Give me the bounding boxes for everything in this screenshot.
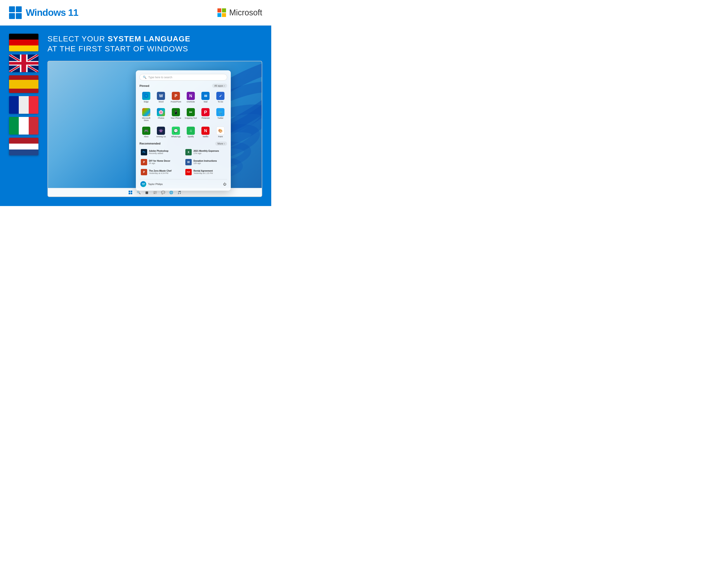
flag-spain[interactable] (9, 75, 38, 93)
flags-column (9, 34, 38, 155)
app-powerpoint[interactable]: P PowerPoint (169, 90, 183, 104)
flag-nl-stripe2 (9, 144, 38, 149)
flag-de-stripe1 (9, 34, 38, 40)
windows-title: Windows 11 (26, 7, 78, 18)
flag-italy[interactable] (9, 117, 38, 135)
app-paint[interactable]: 🎨 Paint (214, 125, 227, 139)
mail-label: Mail (204, 101, 207, 103)
app-photos[interactable]: 🌸 Photos (154, 107, 168, 123)
rec-diy[interactable]: P DIY for Home Decor 2h ago (139, 158, 183, 167)
search-icon: 🔍 (143, 76, 146, 79)
flag-es-stripe1 (9, 75, 38, 80)
donation-name: Donation Instructions (193, 160, 226, 162)
pinned-header: Pinned All apps › (139, 84, 227, 88)
app-whatsapp[interactable]: 💬 WhatsApp (169, 125, 183, 139)
ms-tile-blue (218, 13, 222, 17)
user-bar: TP Taylor Philips ⏻ (139, 179, 227, 187)
flag-de-stripe2 (9, 40, 38, 45)
rental-name: Rental Agreement (193, 170, 226, 172)
rec-photoshop[interactable]: Ps Adobe Photoshop Recently added (139, 148, 183, 156)
app-yourphone[interactable]: 📱 Your Phone (169, 107, 183, 123)
flag-uk-cross-v-red (21, 54, 26, 72)
msstore-icon (142, 108, 150, 116)
expenses-info: 2021 Monthly Expenses 17m ago (193, 150, 226, 154)
snipping-label: Snipping Tool (185, 117, 197, 120)
app-among[interactable]: 👾 Among Us (154, 125, 168, 139)
app-pinterest[interactable]: P Pinterest (199, 107, 213, 123)
taskbar-win-tile3 (129, 193, 130, 194)
whatsapp-icon: 💬 (172, 127, 180, 135)
header-brand-right: Microsoft (218, 8, 262, 17)
powerpoint-label: PowerPoint (171, 101, 181, 103)
rec-zerowaste[interactable]: P The Zero-Waste Chef Yesterday at 4:24 … (139, 168, 183, 176)
app-todo[interactable]: ✓ To Do (214, 90, 227, 104)
app-mail[interactable]: ✉ Mail (199, 90, 213, 104)
flag-uk-inner (9, 54, 38, 72)
flag-netherlands[interactable] (9, 138, 38, 155)
app-netflix[interactable]: N Netflix (199, 125, 213, 139)
desktop-background: 🔍 Type here to search Pinned All apps › (48, 61, 262, 188)
among-label: Among Us (156, 136, 166, 138)
rec-expenses[interactable]: X 2021 Monthly Expenses 17m ago (184, 148, 227, 156)
diy-name: DIY for Home Decor (149, 160, 181, 162)
photoshop-icon: Ps (141, 149, 147, 155)
pinterest-label: Pinterest (202, 117, 210, 120)
taskbar-start-icon[interactable] (128, 190, 133, 195)
photoshop-name: Adobe Photoshop (149, 150, 181, 152)
mail-icon: ✉ (201, 92, 209, 100)
app-edge[interactable]: Edge (139, 90, 153, 104)
all-apps-button[interactable]: All apps › (212, 84, 227, 88)
flag-it-col1 (9, 117, 19, 135)
diy-icon: P (141, 159, 147, 165)
power-button[interactable]: ⏻ (223, 182, 226, 186)
donation-icon: W (185, 159, 192, 165)
pinned-apps-row2: Microsoft Store 🌸 Photos 📱 Your Phone (139, 107, 227, 123)
app-snipping[interactable]: ✂ Snipping Tool (184, 107, 197, 123)
app-grid-row2-wrap: Microsoft Store 🌸 Photos 📱 Your Phone (139, 107, 227, 123)
flag-france[interactable] (9, 96, 38, 114)
rental-sub: Yesterday at 1:15 PM (193, 172, 226, 174)
todo-label: To Do (218, 101, 223, 103)
pinned-label: Pinned (139, 84, 149, 88)
flag-nl-stripe3 (9, 149, 38, 155)
microsoft-logo (218, 8, 226, 17)
spotify-icon: ♫ (187, 127, 195, 135)
flag-es-stripe3 (9, 89, 38, 93)
microsoft-title: Microsoft (229, 8, 262, 17)
diy-info: DIY for Home Decor 2h ago (149, 160, 181, 165)
flag-uk[interactable] (9, 54, 38, 72)
app-grid-row1-wrap: Edge W Word P PowerPoint N (139, 90, 227, 104)
app-xbox[interactable]: 🎮 Xbox (139, 125, 153, 139)
more-button[interactable]: More › (215, 142, 227, 146)
whatsapp-label: WhatsApp (171, 136, 181, 138)
rec-rental[interactable]: PDF Rental Agreement Yesterday at 1:15 P… (184, 168, 227, 176)
header: Windows 11 Microsoft (0, 0, 271, 26)
search-bar[interactable]: 🔍 Type here to search (139, 74, 227, 81)
pinterest-icon: P (201, 108, 209, 116)
rental-icon: PDF (185, 169, 192, 175)
photos-label: Photos (158, 117, 164, 120)
flag-es-stripe2 (9, 80, 38, 89)
powerpoint-icon: P (172, 92, 180, 100)
photoshop-info: Adobe Photoshop Recently added (149, 150, 181, 154)
todo-icon: ✓ (216, 92, 225, 100)
snipping-icon: ✂ (187, 108, 195, 116)
header-brand-left: Windows 11 (9, 6, 78, 19)
taskbar-win-tile4 (131, 193, 132, 194)
flag-fr-col2 (19, 96, 29, 114)
win-logo-tile-tl (9, 6, 15, 12)
app-onenote[interactable]: N OneNote (184, 90, 197, 104)
app-msstore[interactable]: Microsoft Store (139, 107, 153, 123)
rec-donation[interactable]: W Donation Instructions 12h ago (184, 158, 227, 167)
headline-bold: SYSTEM LANGUAGE (107, 34, 190, 43)
flag-germany[interactable] (9, 34, 38, 51)
word-icon: W (157, 92, 165, 100)
app-word[interactable]: W Word (154, 90, 168, 104)
taskbar-win-tile1 (129, 191, 130, 192)
taskbar-win-tile2 (131, 191, 132, 192)
app-spotify[interactable]: ♫ Spotify (184, 125, 197, 139)
user-info[interactable]: TP Taylor Philips (140, 181, 163, 187)
user-name: Taylor Philips (148, 183, 163, 185)
diy-sub: 2h ago (149, 162, 181, 165)
expenses-name: 2021 Monthly Expenses (193, 150, 226, 152)
